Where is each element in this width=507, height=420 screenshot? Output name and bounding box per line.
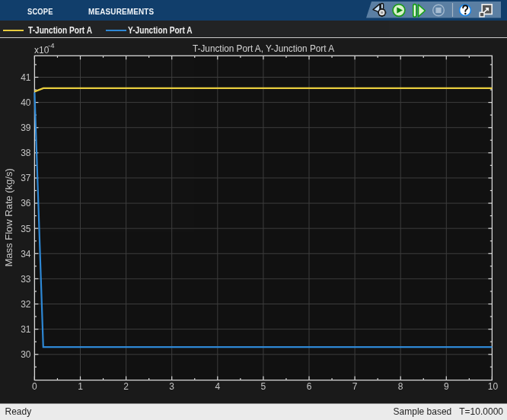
svg-text:-4: -4 (48, 41, 54, 49)
svg-text:4: 4 (215, 381, 220, 392)
svg-text:39: 39 (21, 123, 31, 133)
svg-text:37: 37 (21, 173, 31, 183)
svg-text:8: 8 (398, 381, 403, 392)
svg-text:3: 3 (169, 381, 174, 392)
svg-text:T-Junction Port A, Y-Junction: T-Junction Port A, Y-Junction Port A (193, 43, 335, 54)
svg-text:x10: x10 (34, 45, 49, 56)
svg-text:6: 6 (307, 381, 312, 392)
svg-text:10: 10 (488, 381, 499, 392)
svg-text:2: 2 (123, 381, 129, 392)
svg-text:34: 34 (21, 249, 31, 259)
svg-text:0: 0 (32, 381, 37, 392)
svg-text:41: 41 (21, 72, 31, 83)
svg-text:1: 1 (78, 381, 83, 392)
svg-text:38: 38 (21, 148, 31, 158)
svg-text:36: 36 (21, 198, 31, 208)
svg-text:Mass Flow Rate (kg/s): Mass Flow Rate (kg/s) (3, 168, 14, 266)
svg-text:5: 5 (261, 381, 266, 392)
svg-text:40: 40 (21, 97, 31, 108)
svg-text:32: 32 (21, 299, 31, 310)
svg-text:35: 35 (21, 224, 31, 234)
svg-text:30: 30 (21, 349, 31, 360)
svg-text:9: 9 (444, 381, 449, 392)
svg-text:33: 33 (21, 274, 31, 285)
svg-text:31: 31 (21, 324, 31, 335)
svg-text:7: 7 (352, 381, 358, 392)
